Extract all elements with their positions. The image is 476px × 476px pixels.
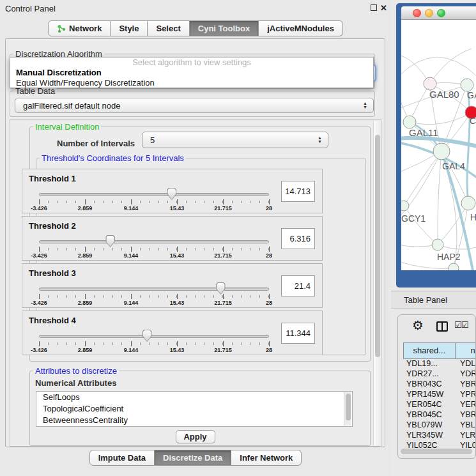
- tab-jactivemnodules[interactable]: jActiveMNodules: [259, 20, 343, 36]
- table-cell-shared-name: YBR045C: [403, 410, 455, 420]
- major-tick: [85, 247, 86, 252]
- dropdown-option-equal-width[interactable]: Equal Width/Frequency Discretization: [10, 78, 373, 88]
- slider-track[interactable]: [39, 240, 269, 243]
- zoom-traffic-light-icon[interactable]: [437, 9, 445, 17]
- table-row[interactable]: YPR145WYPR1: [403, 390, 476, 400]
- dropdown-hint-item: Select algorithm to view settings: [10, 58, 373, 68]
- tab-label: Style: [119, 24, 139, 33]
- table-row[interactable]: YBR043CYBR0: [403, 380, 476, 390]
- tab-discretize-data[interactable]: Discretize Data: [155, 450, 231, 466]
- threshold-label: Threshold 3: [29, 268, 76, 278]
- close-traffic-light-icon[interactable]: [413, 9, 421, 17]
- network-node[interactable]: [433, 143, 450, 160]
- threshold-slider[interactable]: -3.4262.8599.14415.4321.71528: [39, 286, 269, 306]
- tab-infer-network[interactable]: Infer Network: [231, 450, 302, 466]
- table-cell-name: YPR1: [455, 390, 476, 400]
- threshold-slider[interactable]: -3.4262.8599.14415.4321.71528: [39, 238, 269, 259]
- gear-icon[interactable]: ⚙: [412, 318, 424, 333]
- slider-thumb-icon[interactable]: [142, 330, 152, 342]
- slider-thumb-icon[interactable]: [216, 282, 226, 295]
- column-header-shared-name[interactable]: shared...: [404, 343, 456, 358]
- tab-label: Select: [156, 24, 180, 33]
- network-node[interactable]: [461, 196, 475, 210]
- float-window-icon[interactable]: [371, 4, 377, 11]
- slider-track[interactable]: [39, 193, 269, 196]
- close-icon[interactable]: ✕: [380, 3, 387, 13]
- tick-label: 2.859: [78, 347, 93, 353]
- threshold-slider[interactable]: -3.4262.8599.14415.4321.71528: [39, 333, 269, 353]
- slider-thumb-icon[interactable]: [105, 235, 115, 247]
- apply-button[interactable]: Apply: [176, 430, 215, 443]
- scrollbar-thumb[interactable]: [375, 135, 380, 357]
- network-node[interactable]: [424, 77, 436, 90]
- scrollbar-thumb[interactable]: [401, 449, 472, 454]
- table-panel-body: ⚙ ☑☑ shared... na YDL19...YDL1YDR27...YD…: [391, 309, 476, 476]
- network-node[interactable]: [461, 79, 473, 91]
- table-data-combobox[interactable]: galFiltered.sif default node ▲▼: [15, 98, 374, 113]
- list-item[interactable]: TopologicalCoefficient: [36, 403, 352, 415]
- tab-label: jActiveMNodules: [267, 24, 334, 33]
- slider-track[interactable]: [39, 335, 269, 338]
- attributes-list-scrollbar[interactable]: [344, 392, 351, 426]
- slider-ticks: [39, 199, 269, 204]
- stepper-arrows-icon: ▲▼: [363, 102, 367, 109]
- slider-tick-labels: -3.4262.8599.14415.4321.71528: [39, 205, 269, 211]
- number-of-intervals-combobox[interactable]: 5 ▲▼: [142, 132, 328, 148]
- threshold-value-field[interactable]: 21.4: [281, 275, 315, 296]
- settings-scrollbar[interactable]: [373, 121, 380, 445]
- tab-select[interactable]: Select: [148, 20, 189, 36]
- network-node[interactable]: [432, 239, 443, 250]
- table-row[interactable]: YBR045CYBR0: [403, 410, 476, 420]
- tick-label: 28: [266, 300, 272, 306]
- table-row[interactable]: YER054CYER0: [403, 400, 476, 410]
- list-item[interactable]: SelfLoops: [36, 392, 352, 403]
- table-row[interactable]: YBL079WYBL0: [403, 420, 476, 431]
- table-row[interactable]: YDR27...YDR2: [403, 369, 476, 380]
- scrollbar-thumb[interactable]: [346, 394, 351, 420]
- slider-tick-labels: -3.4262.8599.14415.4321.71528: [39, 300, 269, 306]
- major-tick: [269, 199, 270, 204]
- table-horizontal-scrollbar[interactable]: [399, 448, 475, 455]
- threshold-slider[interactable]: -3.4262.8599.14415.4321.71528: [39, 191, 269, 211]
- list-item[interactable]: BetweennessCentrality: [36, 415, 352, 426]
- minimize-traffic-light-icon[interactable]: [425, 9, 433, 17]
- table-data-selected-value: galFiltered.sif default node: [23, 101, 120, 111]
- tick-label: 28: [266, 252, 272, 259]
- major-tick: [269, 247, 270, 252]
- table-cell-name: YBR0: [455, 380, 476, 390]
- table-cell-shared-name: YBL079W: [403, 420, 455, 431]
- network-node[interactable]: [401, 201, 409, 211]
- numerical-attributes-list[interactable]: SelfLoopsTopologicalCoefficientBetweenne…: [36, 391, 353, 427]
- control-panel-window: Control Panel ✕ NetworkStyleSelectCyni T…: [0, 0, 391, 476]
- major-tick: [223, 294, 224, 299]
- slider-track[interactable]: [39, 288, 269, 291]
- bottom-tab-bar: Impute DataDiscretize DataInfer Network: [0, 450, 391, 466]
- column-header-name[interactable]: na: [456, 343, 476, 358]
- network-node[interactable]: [449, 263, 459, 270]
- table-row[interactable]: YDL19...YDL1: [403, 359, 476, 369]
- tab-cyni-toolbox[interactable]: Cyni Toolbox: [190, 20, 259, 36]
- tick-label: 9.144: [124, 347, 139, 353]
- threshold-value-field[interactable]: 6.316: [281, 228, 315, 249]
- stepper-arrows-icon: ▲▼: [318, 136, 322, 144]
- network-node[interactable]: [403, 116, 416, 128]
- threshold-value-field[interactable]: 14.713: [281, 181, 315, 202]
- tab-label: Impute Data: [98, 453, 146, 463]
- network-canvas[interactable]: GAL80 GA C GAL11 GAL4 GCY1 H HAP2: [401, 20, 476, 270]
- major-tick: [39, 199, 40, 204]
- slider-tick-labels: -3.4262.8599.14415.4321.71528: [39, 347, 269, 353]
- dropdown-option-manual[interactable]: Manual Discretization: [10, 68, 373, 78]
- tick-label: 21.715: [214, 300, 232, 306]
- table-panel-header: Table Panel: [391, 291, 476, 309]
- tab-network[interactable]: Network: [48, 20, 111, 36]
- tab-style[interactable]: Style: [111, 20, 148, 36]
- threshold-value-field[interactable]: 11.344: [281, 323, 315, 344]
- network-graph[interactable]: GAL80 GA C GAL11 GAL4 GCY1 H HAP2: [401, 20, 476, 270]
- tab-impute-data[interactable]: Impute Data: [89, 450, 155, 466]
- major-tick: [131, 199, 132, 204]
- slider-thumb-icon[interactable]: [167, 188, 176, 200]
- column-visibility-icon[interactable]: ☑☑: [454, 320, 468, 330]
- thresholds-group-label: Threshold's Coordinates for 5 Intervals: [40, 153, 186, 163]
- table-row[interactable]: YLR345WYLR3: [403, 431, 476, 441]
- split-columns-icon[interactable]: [436, 321, 448, 332]
